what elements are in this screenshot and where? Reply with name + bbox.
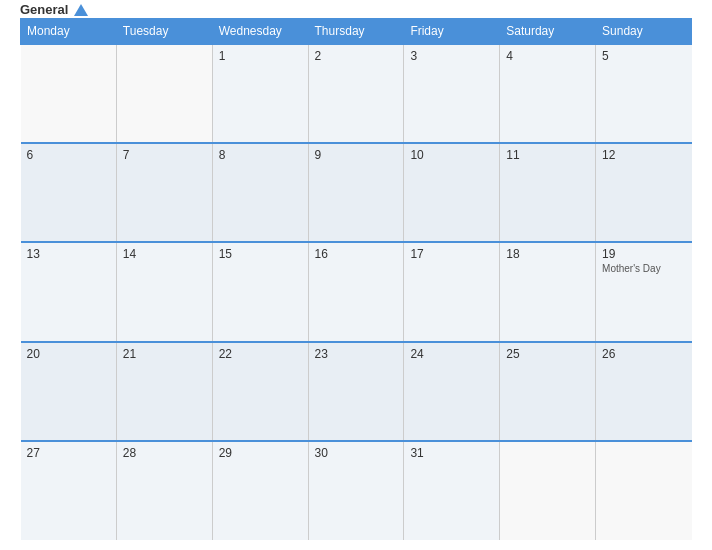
day-number: 6 bbox=[27, 148, 110, 162]
day-number: 31 bbox=[410, 446, 493, 460]
calendar-week-row: 20212223242526 bbox=[21, 342, 692, 441]
calendar-day-cell: 6 bbox=[21, 143, 117, 242]
day-number: 1 bbox=[219, 49, 302, 63]
day-number: 12 bbox=[602, 148, 685, 162]
calendar-day-cell: 11 bbox=[500, 143, 596, 242]
calendar-day-cell: 24 bbox=[404, 342, 500, 441]
calendar-day-cell: 2 bbox=[308, 44, 404, 143]
calendar-day-cell: 30 bbox=[308, 441, 404, 540]
calendar-week-row: 2728293031 bbox=[21, 441, 692, 540]
weekday-header: MondayTuesdayWednesdayThursdayFridaySatu… bbox=[21, 19, 692, 45]
calendar-day-cell: 16 bbox=[308, 242, 404, 341]
day-number: 2 bbox=[315, 49, 398, 63]
day-number: 21 bbox=[123, 347, 206, 361]
logo: General bbox=[20, 3, 88, 17]
calendar-day-cell: 22 bbox=[212, 342, 308, 441]
day-number: 17 bbox=[410, 247, 493, 261]
calendar-day-cell: 13 bbox=[21, 242, 117, 341]
calendar-day-cell: 31 bbox=[404, 441, 500, 540]
calendar-day-cell: 14 bbox=[116, 242, 212, 341]
calendar-day-cell: 27 bbox=[21, 441, 117, 540]
day-number: 15 bbox=[219, 247, 302, 261]
day-number: 14 bbox=[123, 247, 206, 261]
weekday-header-cell: Friday bbox=[404, 19, 500, 45]
calendar-day-cell: 26 bbox=[596, 342, 692, 441]
weekday-header-cell: Saturday bbox=[500, 19, 596, 45]
day-number: 4 bbox=[506, 49, 589, 63]
calendar-day-cell bbox=[500, 441, 596, 540]
calendar-day-cell: 5 bbox=[596, 44, 692, 143]
weekday-header-cell: Sunday bbox=[596, 19, 692, 45]
calendar-day-cell bbox=[21, 44, 117, 143]
day-number: 24 bbox=[410, 347, 493, 361]
day-number: 13 bbox=[27, 247, 110, 261]
calendar-day-cell: 25 bbox=[500, 342, 596, 441]
day-number: 11 bbox=[506, 148, 589, 162]
day-number: 22 bbox=[219, 347, 302, 361]
weekday-header-cell: Thursday bbox=[308, 19, 404, 45]
calendar-day-cell: 21 bbox=[116, 342, 212, 441]
calendar-day-cell: 23 bbox=[308, 342, 404, 441]
calendar-day-cell: 15 bbox=[212, 242, 308, 341]
calendar-day-cell: 8 bbox=[212, 143, 308, 242]
calendar-day-cell: 17 bbox=[404, 242, 500, 341]
calendar-day-cell: 10 bbox=[404, 143, 500, 242]
logo-general-text: General bbox=[20, 3, 88, 17]
calendar-day-cell: 7 bbox=[116, 143, 212, 242]
day-number: 5 bbox=[602, 49, 685, 63]
weekday-header-cell: Tuesday bbox=[116, 19, 212, 45]
day-number: 27 bbox=[27, 446, 110, 460]
calendar-day-cell: 3 bbox=[404, 44, 500, 143]
calendar-day-cell: 1 bbox=[212, 44, 308, 143]
day-number: 9 bbox=[315, 148, 398, 162]
day-number: 29 bbox=[219, 446, 302, 460]
day-number: 23 bbox=[315, 347, 398, 361]
day-number: 28 bbox=[123, 446, 206, 460]
weekday-header-cell: Monday bbox=[21, 19, 117, 45]
day-number: 3 bbox=[410, 49, 493, 63]
calendar-day-cell: 9 bbox=[308, 143, 404, 242]
calendar-day-cell: 18 bbox=[500, 242, 596, 341]
day-number: 7 bbox=[123, 148, 206, 162]
event-label: Mother's Day bbox=[602, 263, 685, 274]
day-number: 26 bbox=[602, 347, 685, 361]
calendar-header-row: MondayTuesdayWednesdayThursdayFridaySatu… bbox=[21, 19, 692, 45]
day-number: 8 bbox=[219, 148, 302, 162]
calendar-week-row: 13141516171819Mother's Day bbox=[21, 242, 692, 341]
calendar-table: MondayTuesdayWednesdayThursdayFridaySatu… bbox=[20, 18, 692, 540]
day-number: 25 bbox=[506, 347, 589, 361]
calendar-week-row: 12345 bbox=[21, 44, 692, 143]
day-number: 30 bbox=[315, 446, 398, 460]
calendar-day-cell: 12 bbox=[596, 143, 692, 242]
calendar-day-cell: 28 bbox=[116, 441, 212, 540]
calendar-day-cell: 20 bbox=[21, 342, 117, 441]
calendar-week-row: 6789101112 bbox=[21, 143, 692, 242]
day-number: 19 bbox=[602, 247, 685, 261]
day-number: 10 bbox=[410, 148, 493, 162]
calendar-body: 12345678910111213141516171819Mother's Da… bbox=[21, 44, 692, 540]
day-number: 18 bbox=[506, 247, 589, 261]
logo-triangle-icon bbox=[74, 4, 88, 16]
calendar-day-cell: 29 bbox=[212, 441, 308, 540]
day-number: 20 bbox=[27, 347, 110, 361]
weekday-header-cell: Wednesday bbox=[212, 19, 308, 45]
day-number: 16 bbox=[315, 247, 398, 261]
calendar-day-cell: 4 bbox=[500, 44, 596, 143]
calendar-day-cell: 19Mother's Day bbox=[596, 242, 692, 341]
calendar-day-cell bbox=[596, 441, 692, 540]
calendar-day-cell bbox=[116, 44, 212, 143]
